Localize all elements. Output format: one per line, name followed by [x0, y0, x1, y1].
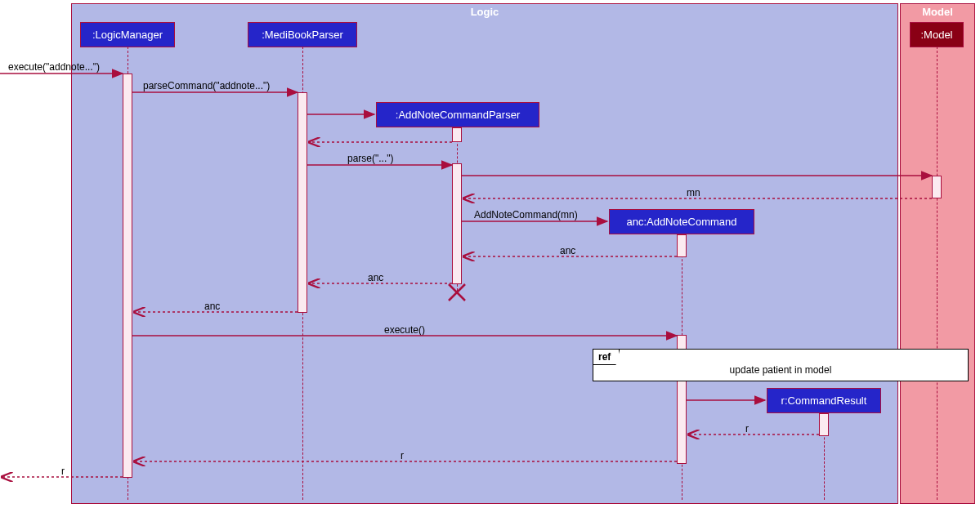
region-model: Model	[900, 3, 975, 504]
region-logic: Logic	[71, 3, 898, 504]
activation-cr	[819, 413, 829, 436]
participant-label: :MediBookParser	[262, 29, 343, 41]
participant-command-result: r:CommandResult	[767, 388, 881, 413]
msg-anc2: anc	[368, 272, 383, 283]
participant-label: :Model	[920, 29, 952, 41]
activation-md	[932, 176, 942, 198]
msg-execute1: execute("addnote...")	[8, 61, 100, 73]
msg-r1: r	[745, 423, 749, 434]
msg-anc1: anc	[560, 245, 575, 256]
msg-parsecommand: parseCommand("addnote...")	[143, 80, 270, 91]
participant-addnote-command: anc:AddNoteCommand	[609, 209, 754, 234]
msg-addnotecmd: AddNoteCommand(mn)	[474, 209, 578, 221]
activation-ancp-1	[452, 127, 462, 142]
msg-execute2: execute()	[384, 324, 425, 336]
activation-lm	[123, 74, 132, 478]
activation-mbp	[298, 92, 307, 313]
participant-label: :LogicManager	[92, 29, 163, 41]
sequence-diagram: Logic Model :LogicManager :MediBookParse…	[0, 0, 980, 508]
activation-ancp-2	[452, 163, 462, 284]
participant-addnote-command-parser: :AddNoteCommandParser	[376, 102, 539, 127]
participant-medibook-parser: :MediBookParser	[248, 22, 357, 47]
participant-label: anc:AddNoteCommand	[626, 216, 736, 228]
ref-text: update patient in model	[593, 350, 968, 376]
lifeline-model	[937, 47, 937, 500]
msg-parse: parse("...")	[347, 153, 394, 164]
ref-tab: ref	[593, 350, 620, 365]
activation-anc-1	[677, 234, 687, 257]
msg-r2: r	[401, 450, 404, 461]
participant-model: :Model	[910, 22, 964, 47]
participant-label: r:CommandResult	[781, 394, 867, 407]
ref-fragment: ref update patient in model	[593, 349, 969, 381]
msg-mn: mn	[687, 187, 700, 198]
region-logic-title: Logic	[471, 6, 499, 18]
msg-r3: r	[61, 466, 65, 477]
participant-label: :AddNoteCommandParser	[396, 109, 520, 121]
participant-logic-manager: :LogicManager	[80, 22, 175, 47]
msg-anc3: anc	[204, 301, 220, 312]
region-model-title: Model	[922, 6, 953, 18]
